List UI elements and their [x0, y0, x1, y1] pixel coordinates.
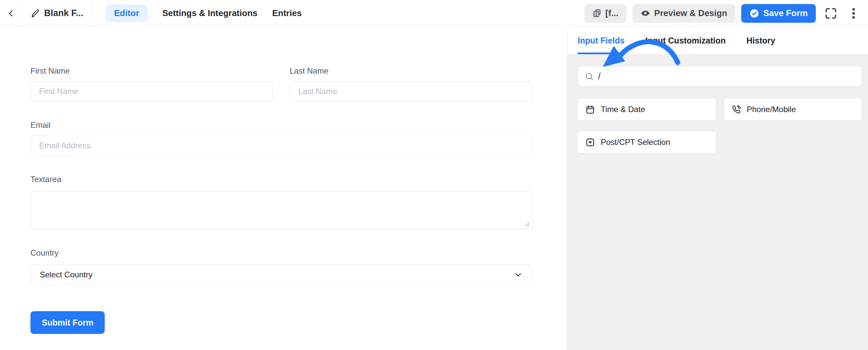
last-name-label: Last Name	[290, 66, 532, 76]
resize-handle-icon[interactable]	[525, 222, 530, 227]
eye-icon	[641, 8, 650, 18]
tab-settings-integrations[interactable]: Settings & Integrations	[162, 8, 257, 19]
fullscreen-button[interactable]	[822, 4, 840, 22]
field-button-label: Post/CPT Selection	[601, 138, 670, 147]
field-button-phone-mobile[interactable]: Phone/Mobile	[724, 98, 862, 121]
first-name-field[interactable]: First Name	[30, 66, 273, 101]
field-search-box[interactable]	[578, 66, 862, 87]
field-button-post-cpt-selection[interactable]: Post/CPT Selection	[578, 131, 716, 153]
tab-editor[interactable]: Editor	[106, 4, 148, 22]
email-input[interactable]	[30, 136, 532, 155]
form-editor-screen: Blank F... Editor Settings & Integration…	[0, 0, 868, 350]
country-field[interactable]: Country Select Country	[30, 248, 532, 285]
country-select[interactable]: Select Country	[30, 265, 532, 285]
editor-sidebar: Input Fields Input Customization History…	[567, 27, 868, 350]
name-fields-row: First Name Last Name	[30, 66, 532, 120]
tab-history[interactable]: History	[747, 27, 775, 54]
field-button-label: Phone/Mobile	[747, 105, 796, 114]
shortcode-label: [f...	[606, 8, 618, 19]
country-select-value: Select Country	[40, 270, 92, 280]
pencil-icon	[31, 9, 40, 18]
field-search-input[interactable]	[598, 66, 855, 86]
form-title-block[interactable]: Blank F...	[22, 0, 92, 26]
post-select-icon	[585, 138, 595, 147]
calendar-icon	[585, 105, 595, 114]
fullscreen-icon	[824, 6, 838, 21]
chevron-down-icon	[514, 270, 523, 280]
topbar-tabs: Editor Settings & Integrations Entries	[106, 4, 302, 22]
email-field[interactable]: Email	[30, 120, 532, 155]
search-icon	[585, 72, 594, 81]
save-form-button[interactable]: Save Form	[741, 4, 816, 23]
phone-icon	[732, 105, 741, 114]
form-title: Blank F...	[44, 8, 83, 19]
topbar-actions: [f... Preview & Design Save Form	[584, 4, 868, 23]
kebab-menu-icon	[848, 7, 859, 20]
form-preview: First Name Last Name Email Textarea	[0, 27, 532, 334]
textarea-input[interactable]	[30, 191, 532, 229]
tab-input-customization[interactable]: Input Customization	[645, 27, 725, 54]
check-circle-icon	[749, 8, 759, 19]
chevron-left-icon	[6, 9, 16, 18]
textarea-field[interactable]: Textarea	[30, 174, 532, 229]
tab-input-fields[interactable]: Input Fields	[578, 27, 624, 54]
textarea-label: Textarea	[30, 174, 532, 184]
country-label: Country	[30, 248, 532, 258]
form-canvas: First Name Last Name Email Textarea	[0, 27, 567, 350]
last-name-field[interactable]: Last Name	[290, 66, 532, 101]
more-menu-button[interactable]	[846, 5, 861, 22]
preview-design-button[interactable]: Preview & Design	[632, 4, 735, 23]
first-name-label: First Name	[30, 66, 273, 76]
field-button-label: Time & Date	[601, 105, 645, 114]
sidebar-body: Time & Date Phone/Mobile Post/CPT Select…	[567, 55, 868, 153]
preview-design-label: Preview & Design	[654, 8, 727, 19]
last-name-input[interactable]	[290, 81, 532, 101]
email-label: Email	[30, 120, 532, 130]
submit-form-button[interactable]: Submit Form	[30, 311, 105, 334]
tab-entries[interactable]: Entries	[272, 8, 302, 19]
copy-icon	[592, 9, 601, 18]
save-form-label: Save Form	[763, 8, 808, 19]
sidebar-tabs: Input Fields Input Customization History	[567, 27, 868, 55]
shortcode-button[interactable]: [f...	[584, 4, 626, 23]
back-button[interactable]	[0, 0, 22, 26]
first-name-input[interactable]	[30, 81, 273, 101]
topbar: Blank F... Editor Settings & Integration…	[0, 0, 868, 27]
field-button-time-date[interactable]: Time & Date	[578, 98, 716, 121]
field-buttons-grid: Time & Date Phone/Mobile Post/CPT Select…	[578, 98, 862, 153]
